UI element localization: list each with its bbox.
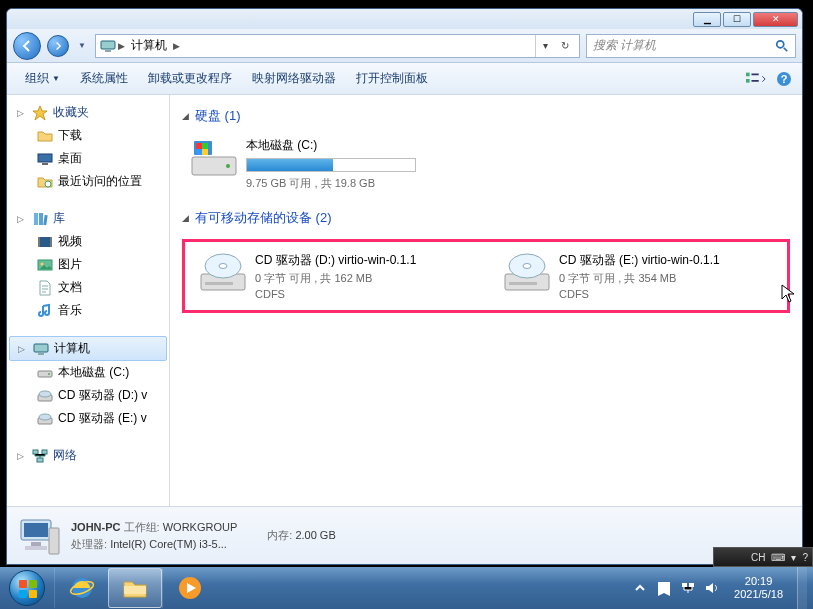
start-button[interactable] [0, 567, 54, 609]
search-placeholder: 搜索 计算机 [593, 37, 656, 54]
taskbar-media-player[interactable] [162, 568, 216, 608]
arrow-right-icon [53, 41, 63, 51]
system-tray: 20:19 2021/5/18 [626, 567, 813, 609]
star-icon [32, 105, 48, 121]
sidebar-item-local-disk-c[interactable]: 本地磁盘 (C:) [7, 361, 169, 384]
section-removable-devices[interactable]: ◢有可移动存储的设备 (2) [182, 205, 790, 235]
music-icon [37, 303, 53, 319]
recent-icon [37, 174, 53, 190]
svg-rect-1 [105, 50, 111, 52]
windows-flag-icon [10, 571, 46, 607]
view-options-button[interactable] [746, 69, 766, 89]
cd-drive-icon [37, 411, 53, 427]
svg-rect-19 [38, 353, 44, 355]
refresh-button[interactable]: ↻ [556, 35, 576, 57]
svg-rect-52 [29, 590, 37, 598]
minimize-button[interactable]: ▁ [693, 12, 721, 27]
organize-menu[interactable]: 组织▼ [15, 66, 70, 91]
language-bar[interactable]: CH ⌨ ▾ ? [713, 547, 813, 567]
taskbar-ie[interactable] [54, 568, 108, 608]
svg-rect-14 [38, 237, 40, 247]
search-icon [775, 39, 789, 53]
drive-cd-e[interactable]: CD 驱动器 (E:) virtio-win-0.1.1 0 字节 可用 , 共… [499, 248, 779, 304]
tray-time: 20:19 [734, 575, 783, 588]
svg-rect-4 [746, 79, 750, 83]
highlight-box: CD 驱动器 (D:) virtio-win-0.1.1 0 字节 可用 , 共… [182, 239, 790, 313]
svg-point-39 [219, 264, 227, 269]
sidebar-network[interactable]: ▷ 网络 [7, 444, 169, 467]
close-button[interactable]: ✕ [753, 12, 798, 27]
sidebar-libraries[interactable]: ▷ 库 [7, 207, 169, 230]
forward-button[interactable] [47, 35, 69, 57]
drive-title: CD 驱动器 (E:) virtio-win-0.1.1 [559, 252, 720, 269]
svg-rect-35 [202, 149, 208, 155]
sidebar-item-videos[interactable]: 视频 [7, 230, 169, 253]
history-dropdown[interactable]: ▼ [75, 35, 89, 57]
show-desktop-button[interactable] [797, 567, 807, 609]
hdd-icon [190, 137, 238, 179]
map-network-drive-button[interactable]: 映射网络驱动器 [242, 66, 346, 91]
search-input[interactable]: 搜索 计算机 [586, 34, 796, 58]
address-bar[interactable]: ▶ 计算机 ▶ ▾ ↻ [95, 34, 580, 58]
uninstall-programs-button[interactable]: 卸载或更改程序 [138, 66, 242, 91]
svg-rect-49 [19, 580, 27, 588]
sidebar-item-downloads[interactable]: 下载 [7, 124, 169, 147]
svg-point-30 [226, 164, 230, 168]
network-tray-icon[interactable] [680, 580, 696, 596]
ime-options-icon[interactable]: ▾ [791, 552, 796, 563]
drive-title: CD 驱动器 (D:) virtio-win-0.1.1 [255, 252, 416, 269]
tray-clock[interactable]: 20:19 2021/5/18 [728, 575, 789, 601]
sidebar-item-cd-drive-d[interactable]: CD 驱动器 (D:) v [7, 384, 169, 407]
volume-icon[interactable] [704, 580, 720, 596]
drive-capacity-text: 9.75 GB 可用 , 共 19.8 GB [246, 176, 416, 191]
cd-drive-icon [503, 252, 551, 294]
tray-date: 2021/5/18 [734, 588, 783, 601]
system-properties-button[interactable]: 系统属性 [70, 66, 138, 91]
sidebar-item-desktop[interactable]: 桌面 [7, 147, 169, 170]
svg-rect-7 [38, 154, 52, 162]
drive-cd-d[interactable]: CD 驱动器 (D:) virtio-win-0.1.1 0 字节 可用 , 共… [195, 248, 475, 304]
help-button[interactable]: ? [774, 69, 794, 89]
capacity-bar [246, 158, 416, 172]
folder-icon [37, 128, 53, 144]
svg-rect-13 [38, 237, 52, 247]
address-dropdown[interactable]: ▾ [536, 35, 556, 57]
svg-rect-3 [746, 72, 750, 76]
sidebar-item-music[interactable]: 音乐 [7, 299, 169, 322]
ime-pad-icon[interactable]: ⌨ [771, 552, 785, 563]
cd-drive-icon [37, 388, 53, 404]
sidebar-favorites[interactable]: ▷ 收藏夹 [7, 101, 169, 124]
taskbar-explorer[interactable] [108, 568, 162, 608]
section-hard-disks[interactable]: ◢硬盘 (1) [182, 103, 790, 133]
svg-point-17 [41, 262, 44, 265]
breadcrumb-segment[interactable]: 计算机 [127, 37, 171, 54]
command-bar: 组织▼ 系统属性 卸载或更改程序 映射网络驱动器 打开控制面板 ? [7, 63, 802, 95]
view-icon [746, 71, 766, 87]
navigation-bar: ▼ ▶ 计算机 ▶ ▾ ↻ 搜索 计算机 [7, 29, 802, 63]
maximize-button[interactable]: ☐ [723, 12, 751, 27]
sidebar-item-pictures[interactable]: 图片 [7, 253, 169, 276]
svg-rect-27 [42, 450, 47, 454]
open-control-panel-button[interactable]: 打开控制面板 [346, 66, 438, 91]
arrow-left-icon [20, 39, 34, 53]
sidebar-computer[interactable]: ▷ 计算机 [9, 336, 167, 361]
content-pane: ◢硬盘 (1) 本地磁盘 (C:) 9.75 GB 可用 , 共 19.8 GB… [170, 95, 802, 506]
windows-orb-icon [9, 570, 45, 606]
action-center-icon[interactable] [656, 580, 672, 596]
tray-expand-icon[interactable] [632, 580, 648, 596]
video-icon [37, 234, 53, 250]
documents-icon [37, 280, 53, 296]
ime-help-icon[interactable]: ? [802, 552, 808, 563]
svg-rect-26 [33, 450, 38, 454]
back-button[interactable] [13, 32, 41, 60]
svg-rect-28 [37, 458, 43, 462]
drive-local-disk-c[interactable]: 本地磁盘 (C:) 9.75 GB 可用 , 共 19.8 GB [186, 133, 586, 195]
sidebar-item-recent[interactable]: 最近访问的位置 [7, 170, 169, 193]
svg-rect-41 [509, 282, 537, 285]
navigation-pane: ▷ 收藏夹 下载 桌面 最近访问的位置 ▷ 库 视频 图片 文档 音乐 [7, 95, 170, 506]
ime-indicator[interactable]: CH [751, 552, 765, 563]
breadcrumb-arrow-icon: ▶ [116, 41, 127, 51]
svg-rect-33 [202, 143, 208, 149]
sidebar-item-documents[interactable]: 文档 [7, 276, 169, 299]
sidebar-item-cd-drive-e[interactable]: CD 驱动器 (E:) v [7, 407, 169, 430]
